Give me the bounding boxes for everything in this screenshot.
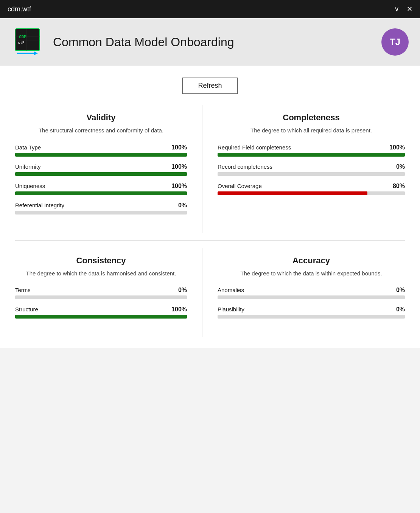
metric-plausibility-track (218, 315, 405, 319)
accuracy-section: Accuracy The degree to which the data is… (218, 248, 405, 337)
metric-referential-integrity-track (15, 211, 187, 215)
metric-structure: Structure 100% (15, 306, 187, 319)
metric-uniqueness-label: Uniqueness (15, 183, 45, 189)
metric-overall-coverage-track (218, 191, 405, 195)
metric-anomalies-value: 0% (396, 287, 405, 294)
metric-structure-value: 100% (171, 306, 187, 313)
metric-referential-integrity: Referential Integrity 0% (15, 202, 187, 215)
validity-section: Validity The structural correctness and … (15, 105, 202, 233)
metric-referential-integrity-label: Referential Integrity (15, 202, 64, 208)
svg-rect-0 (15, 29, 40, 51)
metric-plausibility: Plausibility 0% (218, 306, 405, 319)
logo: CDM wtF (11, 25, 45, 59)
metric-record-completeness-value: 0% (396, 163, 405, 170)
metric-required-field-completeness-track (218, 153, 405, 157)
metric-plausibility-value: 0% (396, 306, 405, 313)
consistency-metrics: Terms 0% Structure 100% (15, 287, 187, 319)
metric-uniqueness-track (15, 191, 187, 195)
main-heading: Common Data Model Onboarding (53, 35, 374, 49)
bottom-sections: Consistency The degree to which the data… (15, 241, 405, 337)
metric-terms-track (15, 295, 187, 299)
accuracy-title: Accuracy (218, 256, 405, 266)
validity-metrics: Data Type 100% Uniformity 100% (15, 144, 187, 215)
metric-structure-fill (15, 315, 187, 319)
metric-data-type-track (15, 153, 187, 157)
metric-required-field-completeness-label: Required Field completeness (218, 144, 291, 151)
metric-anomalies-label: Anomalies (218, 287, 244, 293)
metric-terms-value: 0% (178, 287, 187, 294)
metric-anomalies: Anomalies 0% (218, 287, 405, 299)
metric-uniformity-fill (15, 172, 187, 176)
metric-referential-integrity-value: 0% (178, 202, 187, 209)
metric-record-completeness: Record completeness 0% (218, 163, 405, 176)
metric-uniformity-track (15, 172, 187, 176)
completeness-section: Completeness The degree to which all req… (218, 105, 405, 233)
refresh-area: Refresh (15, 78, 405, 94)
consistency-section: Consistency The degree to which the data… (15, 248, 202, 337)
metric-anomalies-track (218, 295, 405, 299)
metric-overall-coverage-label: Overall Coverage (218, 183, 262, 189)
metric-overall-coverage: Overall Coverage 80% (218, 183, 405, 195)
metric-uniqueness-value: 100% (171, 183, 187, 190)
metric-structure-label: Structure (15, 306, 38, 312)
metric-uniqueness: Uniqueness 100% (15, 183, 187, 195)
close-button[interactable]: ✕ (407, 6, 412, 12)
metric-uniformity-label: Uniformity (15, 163, 41, 170)
metric-uniformity: Uniformity 100% (15, 163, 187, 176)
consistency-description: The degree to which the data is harmonis… (15, 269, 187, 278)
metric-uniformity-value: 100% (171, 163, 187, 170)
user-avatar[interactable]: TJ (381, 28, 409, 56)
completeness-description: The degree to which all required data is… (218, 126, 405, 135)
metric-uniqueness-fill (15, 191, 187, 195)
minimize-button[interactable]: ∨ (394, 6, 399, 12)
completeness-title: Completeness (218, 113, 405, 123)
refresh-button[interactable]: Refresh (182, 78, 237, 94)
accuracy-metrics: Anomalies 0% Plausibility 0% (218, 287, 405, 319)
validity-title: Validity (15, 113, 187, 123)
app-title: cdm.wtf (8, 5, 31, 13)
svg-text:wtF: wtF (18, 41, 24, 45)
metric-data-type-label: Data Type (15, 144, 41, 151)
metric-overall-coverage-fill (218, 191, 367, 195)
metric-terms: Terms 0% (15, 287, 187, 299)
metric-structure-track (15, 315, 187, 319)
metric-terms-label: Terms (15, 287, 31, 293)
metric-overall-coverage-value: 80% (393, 183, 405, 190)
metric-required-field-completeness-fill (218, 153, 405, 157)
svg-text:CDM: CDM (19, 34, 26, 39)
metric-data-type-value: 100% (171, 144, 187, 151)
svg-marker-7 (34, 51, 38, 55)
app-header: CDM wtF Common Data Model Onboarding TJ (0, 18, 420, 66)
top-sections: Validity The structural correctness and … (15, 105, 405, 241)
accuracy-description: The degree to which the data is within e… (218, 269, 405, 278)
metric-data-type-fill (15, 153, 187, 157)
title-bar: cdm.wtf ∨ ✕ (0, 0, 420, 18)
consistency-title: Consistency (15, 256, 187, 266)
metric-record-completeness-label: Record completeness (218, 163, 272, 170)
metric-plausibility-label: Plausibility (218, 306, 244, 312)
window-controls: ∨ ✕ (394, 6, 412, 12)
metric-data-type: Data Type 100% (15, 144, 187, 157)
validity-description: The structural correctness and conformit… (15, 126, 187, 135)
completeness-metrics: Required Field completeness 100% Record … (218, 144, 405, 195)
metric-required-field-completeness: Required Field completeness 100% (218, 144, 405, 157)
metric-required-field-completeness-value: 100% (389, 144, 405, 151)
metric-record-completeness-track (218, 172, 405, 176)
main-content: Refresh Validity The structural correctn… (0, 66, 420, 348)
